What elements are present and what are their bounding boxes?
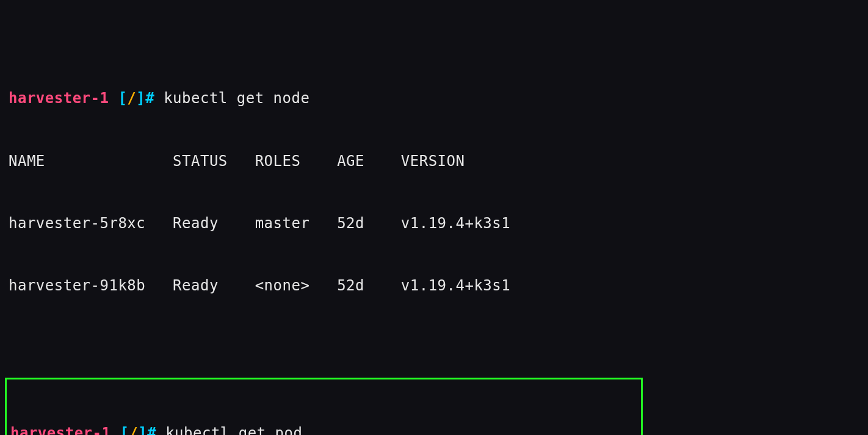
command-text: kubectl get node bbox=[164, 90, 309, 107]
highlight-box: harvester-1 [/]# kubectl get pod NAME RE… bbox=[5, 378, 643, 435]
terminal[interactable]: harvester-1 [/]# kubectl get node NAME S… bbox=[0, 0, 868, 435]
prompt-hash: # bbox=[147, 425, 156, 435]
prompt-line: harvester-1 [/]# kubectl get pod bbox=[9, 423, 638, 435]
prompt-rbracket: ] bbox=[138, 425, 147, 435]
command-text: kubectl get pod bbox=[165, 425, 302, 435]
table-row: harvester-91k8b Ready <none> 52d v1.19.4… bbox=[0, 275, 868, 296]
prompt-lbracket: [ bbox=[118, 90, 127, 107]
prompt-line: harvester-1 [/]# kubectl get node bbox=[0, 88, 868, 109]
prompt-path: / bbox=[127, 90, 136, 107]
prompt-lbracket: [ bbox=[120, 425, 129, 435]
prompt-host: harvester-1 bbox=[9, 90, 109, 107]
prompt-host: harvester-1 bbox=[10, 425, 110, 435]
prompt-path: / bbox=[129, 425, 138, 435]
nodes-header: NAME STATUS ROLES AGE VERSION bbox=[0, 151, 868, 171]
prompt-rbracket: ] bbox=[136, 90, 145, 107]
table-row: harvester-5r8xc Ready master 52d v1.19.4… bbox=[0, 213, 868, 234]
prompt-hash: # bbox=[145, 90, 154, 107]
